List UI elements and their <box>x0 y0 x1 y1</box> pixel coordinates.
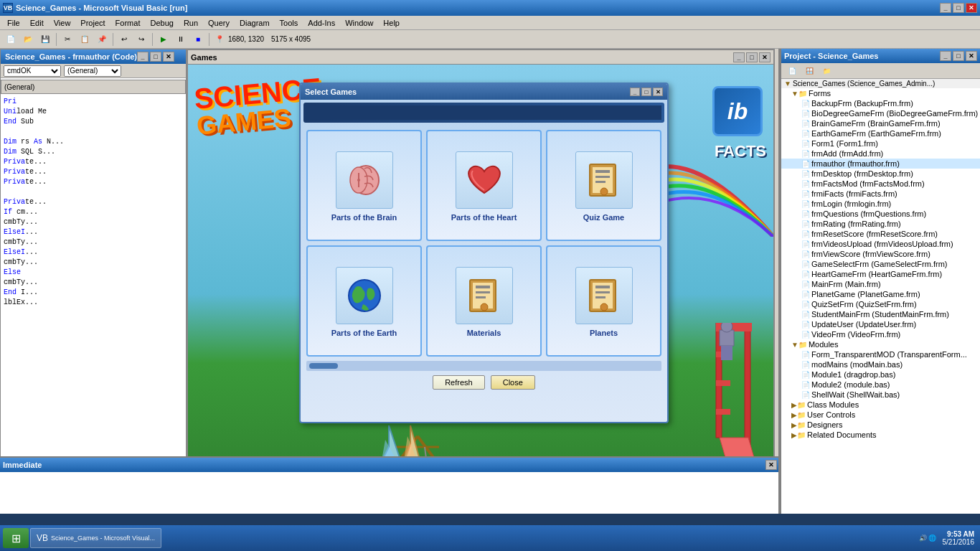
games-grid: Parts of the Brain Parts of the Heart <box>301 126 667 361</box>
proj-min-btn[interactable]: _ <box>940 51 951 61</box>
dialog-min-btn[interactable]: _ <box>630 88 640 96</box>
code-min-btn[interactable]: _ <box>137 52 149 62</box>
tree-mod-module1[interactable]: 📄 Module1 (dragdrop.bas) <box>781 369 980 380</box>
games-win-min[interactable]: _ <box>733 52 745 62</box>
imm-close-btn[interactable]: ✕ <box>765 460 777 470</box>
proj-close-btn[interactable]: ✕ <box>966 51 977 61</box>
game-card-quiz[interactable]: Quiz Game <box>546 130 661 241</box>
tree-form-backupfrm[interactable]: 📄 BackupFrm (BackupFrm.frm) <box>781 98 980 108</box>
title-bar-controls[interactable]: _ □ ✕ <box>940 3 977 13</box>
proj-view-obj[interactable]: 🪟 <box>801 64 817 78</box>
tree-form-frmlogin[interactable]: 📄 frmLogin (frmlogin.frm) <box>781 199 980 209</box>
game-card-earth[interactable]: Parts of the Earth <box>306 245 422 357</box>
toolbar-open[interactable]: 📂 <box>20 32 36 47</box>
code-object-select[interactable]: cmdOK <box>4 65 61 77</box>
menu-help[interactable]: Help <box>379 18 404 28</box>
tree-form-frmdesktop[interactable]: 📄 frmDesktop (frmDesktop.frm) <box>781 169 980 179</box>
tree-form-frmauthor[interactable]: 📄 frmauthor (frmauthor.frm) <box>781 159 980 169</box>
maximize-button[interactable]: □ <box>953 3 964 13</box>
toolbar-copy[interactable]: 📋 <box>77 32 93 47</box>
minimize-button[interactable]: _ <box>940 3 951 13</box>
code-max-btn[interactable]: □ <box>150 52 161 62</box>
search-input[interactable] <box>306 105 661 120</box>
tree-mod-transparent[interactable]: 📄 Form_TransparentMOD (TransparentForm..… <box>781 349 980 359</box>
tree-mod-shellwait[interactable]: 📄 ShellWait (ShellWait.bas) <box>781 390 980 400</box>
tree-form-gameselectfrm[interactable]: 📄 GameSelectFrm (GameSelectFrm.frm) <box>781 259 980 269</box>
tree-form-frmfactsmod[interactable]: 📄 frmFactsMod (frmFactsMod.frm) <box>781 179 980 189</box>
games-win-close[interactable]: ✕ <box>759 52 771 62</box>
tree-form-frmviewscore[interactable]: 📄 frmViewScore (frmViewScore.frm) <box>781 249 980 259</box>
toolbar-new[interactable]: 📄 <box>3 32 19 47</box>
tree-form-videofrm[interactable]: 📄 VideoFrm (VideoFrm.frm) <box>781 329 980 339</box>
games-win-max[interactable]: □ <box>746 52 758 62</box>
menu-view[interactable]: View <box>50 18 75 28</box>
tree-form-frmrating[interactable]: 📄 frmRating (frmRating.frm) <box>781 219 980 229</box>
menu-run[interactable]: Run <box>179 18 202 28</box>
toolbar-run[interactable]: ▶ <box>156 32 171 47</box>
start-button[interactable]: ⊞ <box>3 528 29 548</box>
menu-query[interactable]: Query <box>204 18 234 28</box>
dialog-close-btn[interactable]: ✕ <box>653 88 663 96</box>
refresh-button[interactable]: Refresh <box>433 375 485 390</box>
form-icon-20: 📄 <box>801 291 810 298</box>
tree-mod-module2[interactable]: 📄 Module2 (module.bas) <box>781 380 980 390</box>
tree-form-frmquestions[interactable]: 📄 frmQuestions (frmQuestions.frm) <box>781 209 980 219</box>
immediate-controls[interactable]: ✕ <box>765 460 777 470</box>
toolbar-save[interactable]: 💾 <box>37 32 53 47</box>
toolbar-redo[interactable]: ↪ <box>133 32 149 47</box>
tree-root[interactable]: ▼ Science_Games (Science_Games_Admin...) <box>781 79 980 88</box>
tree-classmod-folder[interactable]: ▶📁 Class Modules <box>781 400 980 410</box>
taskbar-vb[interactable]: VB Science_Games - Microsoft Visual... <box>30 528 161 548</box>
menu-format[interactable]: Format <box>111 18 145 28</box>
toolbar-undo[interactable]: ↩ <box>116 32 132 47</box>
tree-form-updateuser[interactable]: 📄 UpdateUser (UpdateUser.frm) <box>781 319 980 329</box>
proj-toggle[interactable]: 📁 <box>819 64 834 78</box>
dialog-title-controls[interactable]: _ □ ✕ <box>630 88 663 96</box>
menu-edit[interactable]: Edit <box>26 18 48 28</box>
tree-forms-folder[interactable]: ▼📁 Forms <box>781 88 980 98</box>
tree-form-mainfrm[interactable]: 📄 MainFrm (Main.frm) <box>781 279 980 289</box>
tree-form-studentmainfrm[interactable]: 📄 StudentMainFrm (StudentMainFrm.frm) <box>781 309 980 319</box>
menu-project[interactable]: Project <box>76 18 109 28</box>
tree-form-earthgamefrm[interactable]: 📄 EarthGameFrm (EarthGameFrm.frm) <box>781 128 980 138</box>
tree-form-frmifacts[interactable]: 📄 frmiFacts (frmiFacts.frm) <box>781 189 980 199</box>
menu-addins[interactable]: Add-Ins <box>303 18 339 28</box>
menu-tools[interactable]: Tools <box>275 18 303 28</box>
games-window-controls[interactable]: _ □ ✕ <box>733 52 771 62</box>
tree-form-frmvideos[interactable]: 📄 frmVideosUpload (frmVideosUpload.frm) <box>781 239 980 249</box>
tree-reldocs-folder[interactable]: ▶📁 Related Documents <box>781 430 980 440</box>
game-card-heart[interactable]: Parts of the Heart <box>426 130 542 241</box>
tree-modules-folder[interactable]: ▼📁 Modules <box>781 339 980 349</box>
tree-form-quizsetfrm[interactable]: 📄 QuizSetFrm (QuizSetFrm.frm) <box>781 299 980 309</box>
game-card-materials[interactable]: Materials <box>426 245 542 357</box>
game-card-brain[interactable]: Parts of the Brain <box>306 130 422 241</box>
menu-diagram[interactable]: Diagram <box>235 18 274 28</box>
game-card-planets[interactable]: Planets <box>546 245 661 357</box>
menu-file[interactable]: File <box>3 18 24 28</box>
close-button[interactable]: Close <box>491 375 535 390</box>
close-button[interactable]: ✕ <box>966 3 977 13</box>
immediate-body[interactable] <box>0 472 780 514</box>
toolbar-stop[interactable]: ■ <box>190 32 206 47</box>
toolbar-pause[interactable]: ⏸ <box>173 32 189 47</box>
proj-view-code[interactable]: 📄 <box>784 64 800 78</box>
tree-form-braingamefrm[interactable]: 📄 BrainGameFrm (BrainGameFrm.frm) <box>781 118 980 128</box>
menu-debug[interactable]: Debug <box>146 18 177 28</box>
tree-form-frmadd[interactable]: 📄 frmAdd (frmAdd.frm) <box>781 149 980 159</box>
toolbar-cut[interactable]: ✂ <box>60 32 75 47</box>
code-proc-select[interactable]: (General) <box>64 65 121 77</box>
tree-mod-modmains[interactable]: 📄 modMains (modMain.bas) <box>781 359 980 369</box>
proj-max-btn[interactable]: □ <box>953 51 964 61</box>
tree-designers-folder[interactable]: ▶📁 Designers <box>781 420 980 430</box>
tree-form-form1[interactable]: 📄 Form1 (Form1.frm) <box>781 138 980 149</box>
tree-form-heartgamefrm[interactable]: 📄 HeartGameFrm (HeartGameFrm.frm) <box>781 269 980 279</box>
menu-window[interactable]: Window <box>341 18 377 28</box>
code-close-btn[interactable]: ✕ <box>163 52 174 62</box>
project-title-controls[interactable]: _ □ ✕ <box>940 51 977 61</box>
toolbar-paste[interactable]: 📌 <box>94 32 110 47</box>
tree-form-biodegreegamefrm[interactable]: 📄 BioDegreeGameFrm (BioDegreeGameFrm.frm… <box>781 108 980 118</box>
tree-form-planetgame[interactable]: 📄 PlanetGame (PlanetGame.frm) <box>781 289 980 299</box>
tree-userctrl-folder[interactable]: ▶📁 User Controls <box>781 410 980 420</box>
tree-form-frmresetscore[interactable]: 📄 frmResetScore (frmResetScore.frm) <box>781 229 980 239</box>
dialog-max-btn[interactable]: □ <box>641 88 651 96</box>
